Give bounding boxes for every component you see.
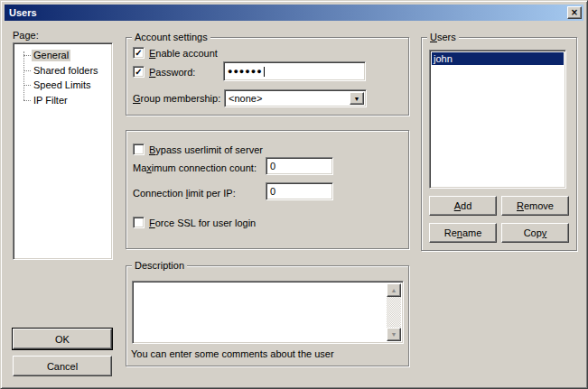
close-icon: ×	[571, 7, 578, 17]
connection-limit-per-ip-label: Connection limit per IP:	[133, 188, 236, 199]
tree-item-label: General	[32, 50, 70, 61]
password-checkbox[interactable]: ✓	[133, 66, 145, 78]
cancel-button[interactable]: Cancel	[13, 356, 112, 376]
arrow-down-icon: ▼	[391, 331, 397, 338]
close-button[interactable]: ×	[567, 6, 582, 19]
checkmark-icon: ✓	[135, 48, 142, 58]
checkmark-icon: ✓	[135, 67, 142, 77]
rename-user-button[interactable]: Rename	[429, 223, 497, 243]
add-user-button[interactable]: Add	[429, 196, 497, 216]
arrow-up-icon: ▲	[391, 287, 397, 293]
description-textarea[interactable]: ▲ ▼	[132, 281, 404, 344]
dropdown-selected-value: <none>	[229, 93, 262, 104]
users-list[interactable]: john	[429, 50, 566, 189]
scroll-down-button[interactable]: ▼	[387, 328, 401, 341]
password-masked-value: ●●●●●●	[228, 66, 263, 78]
password-input[interactable]: ●●●●●●	[223, 61, 366, 81]
bypass-userlimit-label: Bypass userlimit of server	[149, 144, 263, 156]
max-connection-count-label: Maximum connection count:	[133, 162, 257, 174]
force-ssl-checkbox[interactable]	[133, 217, 145, 228]
max-connection-count-value: 0	[270, 161, 275, 171]
page-label: Page:	[13, 30, 39, 42]
description-caption: You can enter some comments about the us…	[131, 348, 334, 360]
sidebar-item-shared-folders[interactable]: Shared folders	[23, 64, 100, 77]
force-ssl-label: Force SSL for user login	[149, 218, 256, 229]
text-caret	[264, 67, 265, 77]
users-dialog: Users × Page: General Shared folders Spe…	[0, 0, 588, 389]
tree-stub	[23, 100, 31, 101]
max-connection-count-input[interactable]: 0	[266, 157, 333, 175]
connection-limits-group: Bypass userlimit of server Maximum conne…	[126, 130, 409, 249]
tree-item-label: Speed Limits	[32, 79, 93, 91]
copy-user-button[interactable]: Copy	[501, 223, 569, 243]
tree-stub	[23, 55, 31, 56]
enable-account-label: Enable account	[149, 48, 218, 60]
tree-stub	[23, 70, 31, 71]
user-name: john	[434, 53, 453, 64]
group-membership-label: Group membership:	[133, 93, 220, 105]
connection-limit-per-ip-value: 0	[270, 186, 275, 197]
tree-item-label: Shared folders	[32, 65, 100, 77]
account-settings-group: Account settings ✓ Enable account ✓ Pass…	[126, 37, 409, 116]
tree-item-label: IP Filter	[32, 95, 70, 107]
description-group-label: Description	[132, 260, 187, 272]
title-bar[interactable]: Users ×	[5, 5, 583, 21]
description-group: Description ▲ ▼ You can enter some comme…	[126, 265, 409, 366]
users-group-label: Users	[427, 32, 459, 43]
group-membership-dropdown[interactable]: <none> ▼	[224, 89, 367, 107]
enable-account-checkbox[interactable]: ✓	[133, 47, 145, 59]
remove-user-button[interactable]: Remove	[501, 196, 569, 216]
users-group: Users john Add Remove Rename Copy	[421, 37, 577, 251]
page-tree[interactable]: General Shared folders Speed Limits IP F…	[13, 42, 113, 260]
description-scrollbar[interactable]: ▲ ▼	[387, 283, 401, 341]
bypass-userlimit-checkbox[interactable]	[133, 144, 145, 155]
dropdown-button[interactable]: ▼	[350, 92, 364, 105]
window-title: Users	[9, 7, 37, 18]
chevron-down-icon: ▼	[354, 96, 360, 102]
account-settings-group-label: Account settings	[132, 32, 210, 43]
ok-button[interactable]: OK	[13, 329, 112, 349]
list-item[interactable]: john	[432, 52, 564, 65]
scroll-up-button[interactable]: ▲	[387, 283, 401, 297]
password-label: Password:	[149, 67, 195, 79]
tree-stub	[23, 85, 31, 86]
sidebar-item-speed-limits[interactable]: Speed Limits	[23, 79, 93, 91]
sidebar-item-ip-filter[interactable]: IP Filter	[23, 94, 70, 107]
connection-limit-per-ip-input[interactable]: 0	[266, 182, 333, 200]
sidebar-item-general[interactable]: General	[23, 49, 70, 61]
